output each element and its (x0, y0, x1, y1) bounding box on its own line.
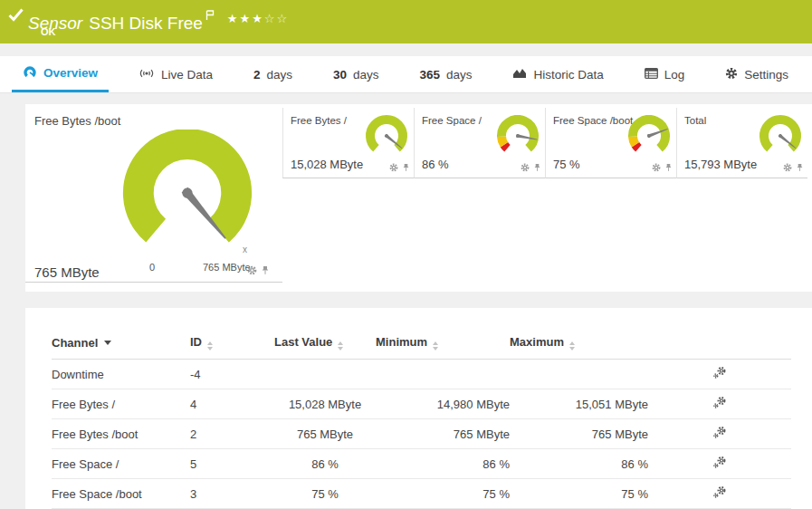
small-gauge (364, 115, 409, 157)
pin-icon[interactable] (402, 159, 410, 176)
column-header-minimum[interactable]: Minimum (376, 335, 510, 360)
gauge-title: Free Bytes /boot (34, 114, 120, 128)
small-gauges-row: Free Bytes / 15,028 MByte Free Space / (282, 108, 807, 178)
table-row: Downtime -4 (52, 360, 791, 389)
column-header-channel[interactable]: Channel (52, 335, 190, 360)
table-row: Free Bytes / 4 15,028 MByte 14,980 MByte… (52, 389, 791, 419)
channel-settings-gears-icon[interactable] (712, 485, 727, 502)
gauge-value: 765 MByte (34, 264, 100, 280)
table-row: Free Space /boot 3 75 % 75 % 75 % (52, 479, 791, 509)
gauge-icon (23, 65, 37, 82)
gauge-scale-min: 0 (149, 262, 155, 273)
gear-icon[interactable] (389, 159, 398, 176)
table-row: Free Bytes /boot 2 765 MByte 765 MByte 7… (52, 419, 791, 449)
small-gauge (758, 115, 803, 157)
tab-overview[interactable]: Overview (12, 56, 109, 92)
gauge-tile-total[interactable]: Total 15,793 MByte (676, 108, 807, 178)
channel-settings-gears-icon[interactable] (712, 426, 727, 442)
column-header-last-value[interactable]: Last Value (274, 335, 376, 360)
gear-icon[interactable] (247, 263, 257, 279)
sort-icon (207, 341, 213, 351)
tab-settings[interactable]: Settings (714, 56, 799, 92)
limit-marker: x (243, 245, 247, 254)
channel-settings-gears-icon[interactable] (712, 456, 727, 472)
column-header-maximum[interactable]: Maximum (510, 335, 648, 360)
sensor-status-bar: SensorSSH Disk Free★★★☆☆ OK (0, 0, 812, 43)
pin-icon[interactable] (533, 159, 541, 176)
priority-star-rating[interactable]: ★★★☆☆ (227, 12, 289, 25)
log-list-icon (645, 68, 658, 82)
channel-name: Free Bytes /boot (52, 419, 190, 449)
tab-365-days[interactable]: 365days (408, 56, 482, 92)
area-chart-icon (512, 67, 527, 82)
gear-icon[interactable] (652, 159, 661, 176)
channel-name: Downtime (52, 360, 190, 389)
small-gauge (626, 115, 672, 157)
check-icon (8, 8, 24, 25)
channel-settings-gears-icon[interactable] (712, 396, 727, 412)
main-gauge (116, 130, 259, 263)
channel-table: Channel ID Last Value Minimum Maximum Do… (52, 335, 791, 509)
table-row: Free Space / 5 86 % 86 % 86 % (52, 449, 791, 479)
tab-live-data[interactable]: Live Data (128, 56, 224, 92)
table-header-row: Channel ID Last Value Minimum Maximum (52, 335, 791, 360)
flag-icon[interactable] (205, 5, 215, 25)
gauge-tile-free-bytes-root[interactable]: Free Bytes / 15,028 MByte (282, 108, 414, 178)
gauges-panel: Free Bytes /boot x 0 765 MByte 765 MByte… (25, 104, 812, 292)
sensor-name: SSH Disk Free (89, 14, 203, 33)
gear-icon[interactable] (783, 159, 792, 176)
pin-icon[interactable] (261, 263, 270, 279)
page-title: SensorSSH Disk Free★★★☆☆ (28, 5, 289, 34)
sort-desc-icon (104, 341, 111, 345)
channel-name: Free Space / (52, 449, 190, 479)
status-badge: OK (41, 26, 56, 37)
gauge-tile-free-space-boot[interactable]: Free Space /boot 75 % (545, 108, 676, 178)
sort-icon (433, 341, 438, 351)
channel-settings-gears-icon[interactable] (712, 366, 727, 382)
gauge-tile-free-space-root[interactable]: Free Space / 86 % (414, 108, 545, 178)
tab-bar: Overview Live Data 2days 30days 365days … (0, 56, 812, 93)
pin-icon[interactable] (664, 159, 673, 176)
small-gauge (495, 115, 540, 157)
gauge-scale-max: 765 MByte (203, 262, 251, 273)
sort-icon (569, 341, 575, 351)
gauge-tile-free-bytes-boot[interactable]: Free Bytes /boot x 0 765 MByte 765 MByte (25, 104, 282, 283)
tab-log[interactable]: Log (634, 56, 696, 92)
column-header-id[interactable]: ID (190, 335, 274, 360)
tab-2-days[interactable]: 2days (243, 56, 303, 92)
gear-icon (725, 67, 738, 82)
sort-icon (338, 341, 343, 351)
channel-name: Free Space /boot (52, 479, 190, 509)
channel-name: Free Bytes / (52, 389, 190, 419)
channel-table-panel: Channel ID Last Value Minimum Maximum Do… (25, 308, 812, 509)
tab-30-days[interactable]: 30days (322, 56, 390, 92)
gear-icon[interactable] (521, 159, 530, 176)
pin-icon[interactable] (796, 159, 804, 176)
broadcast-icon (139, 67, 155, 82)
tab-historic-data[interactable]: Historic Data (502, 56, 614, 92)
